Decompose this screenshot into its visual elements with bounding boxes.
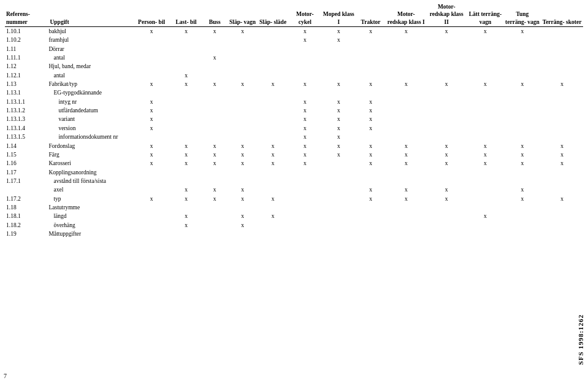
cell-tung xyxy=(504,45,541,53)
cell-slas xyxy=(258,177,288,185)
cell-tung xyxy=(504,115,541,123)
table-row: 1.11Dörrar xyxy=(5,45,583,53)
cell-pers xyxy=(133,177,170,185)
cell-ref: 1.17 xyxy=(5,168,48,177)
header-tung: Tung terräng- vagn xyxy=(504,2,541,27)
cell-ref: 1.17.2 xyxy=(5,195,48,203)
cell-tung: x xyxy=(504,195,541,203)
cell-buss xyxy=(202,62,227,71)
cell-moped xyxy=(322,168,356,177)
table-row: 1.18.1längdxxxx xyxy=(5,212,583,220)
cell-latt xyxy=(467,195,503,203)
cell-pers: x xyxy=(133,142,170,150)
cell-tung xyxy=(504,177,541,185)
cell-moto xyxy=(288,195,322,203)
cell-moto: x xyxy=(288,159,322,168)
cell-pers xyxy=(133,212,170,220)
cell-slas: x xyxy=(258,212,288,220)
cell-pers: x xyxy=(133,124,170,133)
table-row: 1.17.2typxxxxxxxxxx xyxy=(5,195,583,203)
cell-upp: Karosseri xyxy=(48,159,132,168)
cell-ref: 1.10.2 xyxy=(5,36,48,44)
cell-mred1 xyxy=(386,36,426,44)
cell-ref: 1.11 xyxy=(5,45,48,53)
cell-ref: 1.15 xyxy=(5,150,48,159)
cell-pers xyxy=(133,185,170,194)
cell-latt: x xyxy=(467,159,503,168)
cell-terr xyxy=(541,27,583,36)
cell-latt xyxy=(467,230,503,238)
cell-ref: 1.13.1 xyxy=(5,88,48,97)
cell-slap xyxy=(227,53,258,62)
cell-terr xyxy=(541,221,583,230)
cell-mred2 xyxy=(426,212,467,220)
cell-trak xyxy=(356,36,386,44)
cell-moto xyxy=(288,53,322,62)
cell-moto xyxy=(288,71,322,80)
cell-pers: x xyxy=(133,159,170,168)
cell-mred1 xyxy=(386,124,426,133)
cell-mred2 xyxy=(426,115,467,123)
cell-last xyxy=(170,53,202,62)
cell-mred2: x xyxy=(426,142,467,150)
cell-mred2: x xyxy=(426,150,467,159)
cell-moto: x xyxy=(288,36,322,44)
cell-buss: x xyxy=(202,53,227,62)
page-number: 7 xyxy=(4,373,7,379)
cell-pers: x xyxy=(133,80,170,88)
cell-slap xyxy=(227,98,258,106)
cell-terr xyxy=(541,177,583,185)
cell-trak: x xyxy=(356,124,386,133)
header-mred2: Motor- redskap klass II xyxy=(426,2,467,27)
header-buss: Buss xyxy=(202,2,227,27)
table-row: 1.16Karosserixxxxxxxxxxxx xyxy=(5,159,583,168)
cell-slap xyxy=(227,168,258,177)
cell-moto xyxy=(288,177,322,185)
cell-last: x xyxy=(170,221,202,230)
cell-last: x xyxy=(170,80,202,88)
header-slap: Släp- vagn xyxy=(227,2,258,27)
cell-ref xyxy=(5,185,48,194)
cell-moped xyxy=(322,71,356,80)
cell-ref: 1.13.1.2 xyxy=(5,106,48,115)
cell-mred1 xyxy=(386,106,426,115)
cell-tung xyxy=(504,53,541,62)
cell-slas xyxy=(258,133,288,141)
cell-moto: x xyxy=(288,80,322,88)
table-row: 1.13.1.3variantxxxx xyxy=(5,115,583,123)
cell-buss xyxy=(202,168,227,177)
cell-upp: framhjul xyxy=(48,36,132,44)
cell-buss xyxy=(202,124,227,133)
cell-tung xyxy=(504,62,541,71)
header-terr: Terräng- skoter xyxy=(541,2,583,27)
cell-last xyxy=(170,45,202,53)
cell-last xyxy=(170,168,202,177)
cell-ref: 1.18 xyxy=(5,203,48,212)
cell-mred2 xyxy=(426,36,467,44)
table-row: 1.12Hjul, band, medar xyxy=(5,62,583,71)
cell-pers xyxy=(133,221,170,230)
header-last: Last- bil xyxy=(170,2,202,27)
cell-latt xyxy=(467,71,503,80)
cell-moped xyxy=(322,62,356,71)
cell-moped: x xyxy=(322,98,356,106)
cell-latt xyxy=(467,115,503,123)
cell-upp: axel xyxy=(48,185,132,194)
header-slas: Släp- släde xyxy=(258,2,288,27)
cell-pers: x xyxy=(133,150,170,159)
cell-upp: Lastutrymme xyxy=(48,203,132,212)
cell-mred2 xyxy=(426,168,467,177)
table-row: 1.13.1.4versionxxxx xyxy=(5,124,583,133)
cell-mred2 xyxy=(426,98,467,106)
cell-ref: 1.12 xyxy=(5,62,48,71)
cell-latt xyxy=(467,124,503,133)
cell-latt: x xyxy=(467,142,503,150)
cell-last xyxy=(170,106,202,115)
cell-mred2 xyxy=(426,53,467,62)
cell-slap: x xyxy=(227,185,258,194)
cell-slas xyxy=(258,45,288,53)
cell-slap xyxy=(227,36,258,44)
cell-trak xyxy=(356,212,386,220)
cell-terr xyxy=(541,36,583,44)
table-row: 1.15Färgxxxxxxxxxxxxx xyxy=(5,150,583,159)
